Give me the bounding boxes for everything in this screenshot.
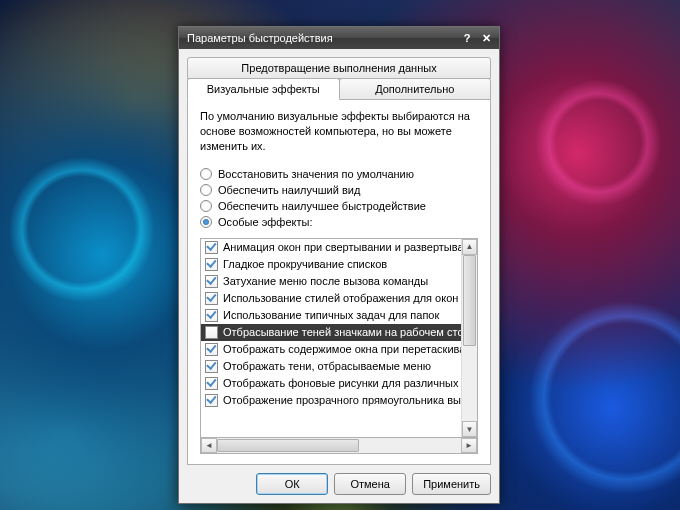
window-title: Параметры быстродействия — [187, 32, 457, 44]
radio-label: Обеспечить наилучший вид — [218, 184, 360, 196]
scroll-thumb[interactable] — [463, 255, 476, 347]
scroll-track[interactable] — [462, 255, 477, 421]
effect-item[interactable]: Использование стилей отображения для око… — [201, 290, 461, 307]
tab-row: Визуальные эффекты Дополнительно — [187, 78, 491, 100]
radio-label: Обеспечить наилучшее быстродействие — [218, 200, 426, 212]
checkbox-icon[interactable] — [205, 258, 218, 271]
scroll-thumb-h[interactable] — [217, 439, 359, 452]
effect-label: Отображать содержимое окна при перетаски… — [223, 343, 461, 355]
checkbox-icon[interactable] — [205, 241, 218, 254]
scroll-left-button[interactable]: ◄ — [201, 438, 217, 453]
effect-item[interactable]: Отображать фоновые рисунки для различных… — [201, 375, 461, 392]
tab-visual-effects[interactable]: Визуальные эффекты — [187, 78, 340, 100]
checkbox-icon[interactable] — [205, 343, 218, 356]
effect-label: Гладкое прокручивание списков — [223, 258, 387, 270]
effect-item[interactable]: Отображение прозрачного прямоугольника в… — [201, 392, 461, 409]
close-button[interactable]: ✕ — [477, 30, 495, 46]
effect-label: Отображение прозрачного прямоугольника в… — [223, 394, 461, 406]
tab-advanced[interactable]: Дополнительно — [339, 78, 492, 100]
radio-group: Восстановить значения по умолчаниюОбеспе… — [200, 164, 478, 232]
effect-item[interactable]: Затухание меню после вызова команды — [201, 273, 461, 290]
dialog-body: Предотвращение выполнения данных Визуаль… — [179, 49, 499, 503]
horizontal-scrollbar[interactable]: ◄ ► — [200, 438, 478, 454]
titlebar[interactable]: Параметры быстродействия ? ✕ — [179, 27, 499, 49]
radio-icon — [200, 168, 212, 180]
radio-option-2[interactable]: Обеспечить наилучшее быстродействие — [200, 200, 478, 212]
checkbox-icon[interactable] — [205, 394, 218, 407]
scroll-down-button[interactable]: ▼ — [462, 421, 477, 437]
close-icon: ✕ — [482, 32, 491, 45]
scroll-right-button[interactable]: ► — [461, 438, 477, 453]
radio-option-0[interactable]: Восстановить значения по умолчанию — [200, 168, 478, 180]
radio-option-3[interactable]: Особые эффекты: — [200, 216, 478, 228]
checkbox-icon[interactable] — [205, 292, 218, 305]
effect-label: Анимация окон при свертывании и разверты… — [223, 241, 461, 253]
cancel-button[interactable]: Отмена — [334, 473, 406, 495]
effect-label: Отображать тени, отбрасываемые меню — [223, 360, 431, 372]
effect-item[interactable]: Отображать содержимое окна при перетаски… — [201, 341, 461, 358]
effect-item[interactable]: Отбрасывание теней значками на рабочем с… — [201, 324, 461, 341]
vertical-scrollbar[interactable]: ▲ ▼ — [461, 239, 477, 437]
checkbox-icon[interactable] — [205, 326, 218, 339]
radio-option-1[interactable]: Обеспечить наилучший вид — [200, 184, 478, 196]
effects-list[interactable]: Анимация окон при свертывании и разверты… — [200, 238, 478, 438]
radio-icon — [200, 216, 212, 228]
radio-icon — [200, 184, 212, 196]
tab-content: По умолчанию визуальные эффекты выбирают… — [187, 99, 491, 465]
effect-label: Использование стилей отображения для око… — [223, 292, 461, 304]
effect-label: Отбрасывание теней значками на рабочем с… — [223, 326, 461, 338]
tab-dep[interactable]: Предотвращение выполнения данных — [187, 57, 491, 79]
radio-label: Восстановить значения по умолчанию — [218, 168, 414, 180]
checkbox-icon[interactable] — [205, 360, 218, 373]
performance-options-dialog: Параметры быстродействия ? ✕ Предотвраще… — [178, 26, 500, 504]
effect-label: Затухание меню после вызова команды — [223, 275, 428, 287]
effect-label: Использование типичных задач для папок — [223, 309, 439, 321]
checkbox-icon[interactable] — [205, 377, 218, 390]
effect-item[interactable]: Отображать тени, отбрасываемые меню — [201, 358, 461, 375]
effect-item[interactable]: Использование типичных задач для папок — [201, 307, 461, 324]
effect-item[interactable]: Гладкое прокручивание списков — [201, 256, 461, 273]
apply-button[interactable]: Применить — [412, 473, 491, 495]
radio-label: Особые эффекты: — [218, 216, 312, 228]
checkbox-icon[interactable] — [205, 275, 218, 288]
description-text: По умолчанию визуальные эффекты выбирают… — [200, 109, 478, 154]
effect-label: Отображать фоновые рисунки для различных… — [223, 377, 461, 389]
button-row: ОК Отмена Применить — [187, 465, 491, 497]
effect-item[interactable]: Анимация окон при свертывании и разверты… — [201, 239, 461, 256]
radio-icon — [200, 200, 212, 212]
scroll-up-button[interactable]: ▲ — [462, 239, 477, 255]
help-button[interactable]: ? — [458, 30, 476, 46]
ok-button[interactable]: ОК — [256, 473, 328, 495]
checkbox-icon[interactable] — [205, 309, 218, 322]
scroll-track-h[interactable] — [217, 438, 461, 453]
